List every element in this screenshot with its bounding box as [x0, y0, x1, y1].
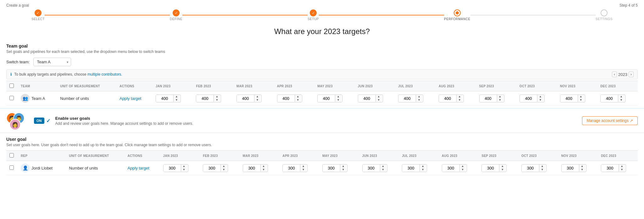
- team-nov-down[interactable]: ▼: [578, 98, 584, 102]
- user-oct-input[interactable]: [522, 164, 539, 172]
- team-unit: Number of units: [57, 91, 116, 106]
- user-dec-down[interactable]: ▼: [619, 168, 625, 171]
- manage-account-settings-button[interactable]: Manage account settings ↗: [582, 116, 638, 125]
- team-feb-down[interactable]: ▼: [214, 98, 220, 102]
- team-dec-input[interactable]: [601, 95, 618, 102]
- team-apr-up[interactable]: ▲: [295, 95, 301, 98]
- team-dec-up[interactable]: ▲: [618, 95, 624, 98]
- team-select[interactable]: Team A Team B Team C: [33, 58, 71, 66]
- team-oct-down[interactable]: ▼: [537, 98, 543, 102]
- user-apr-input[interactable]: [283, 164, 300, 172]
- team-nov-input[interactable]: [560, 95, 578, 102]
- step-performance: PERFORMANCE: [444, 9, 470, 21]
- user-avatar: 👤: [21, 164, 30, 172]
- team-jul-input[interactable]: [398, 95, 416, 102]
- user-nov-down[interactable]: ▼: [579, 168, 585, 171]
- team-dec-down[interactable]: ▼: [618, 98, 624, 102]
- user-jun-down[interactable]: ▼: [380, 168, 386, 171]
- user-dec-up[interactable]: ▲: [619, 164, 625, 168]
- user-jan-up[interactable]: ▲: [181, 164, 187, 168]
- user-jul-up[interactable]: ▲: [420, 164, 426, 168]
- team-col-dec: DEC 2023: [597, 81, 638, 91]
- multiple-contributors-link[interactable]: multiple contributors.: [87, 72, 122, 77]
- user-oct-down[interactable]: ▼: [539, 168, 545, 171]
- user-mar-down[interactable]: ▼: [261, 168, 267, 171]
- user-aug-input[interactable]: [442, 164, 459, 172]
- user-mar-up[interactable]: ▲: [261, 164, 267, 168]
- team-apr-down[interactable]: ▼: [295, 98, 301, 102]
- team-may-up[interactable]: ▲: [335, 95, 341, 98]
- team-mar-input[interactable]: [237, 95, 254, 102]
- team-apr-input[interactable]: [277, 95, 295, 102]
- team-apply-target-button[interactable]: Apply target: [119, 96, 141, 101]
- user-col-jul: JUL 2023: [399, 151, 439, 161]
- team-aug-up[interactable]: ▲: [457, 95, 463, 98]
- user-apr-up[interactable]: ▲: [300, 164, 306, 168]
- team-sep-up[interactable]: ▲: [497, 95, 503, 98]
- user-feb-down[interactable]: ▼: [221, 168, 227, 171]
- team-jun-up[interactable]: ▲: [376, 95, 382, 98]
- user-apr-down[interactable]: ▼: [300, 168, 306, 171]
- user-jun-input[interactable]: [363, 164, 380, 172]
- user-feb-up[interactable]: ▲: [221, 164, 227, 168]
- team-oct-input[interactable]: [520, 95, 537, 102]
- team-jun-down[interactable]: ▼: [376, 98, 382, 102]
- user-may-down[interactable]: ▼: [340, 168, 346, 171]
- user-dec-input[interactable]: [601, 164, 619, 172]
- team-jan-up[interactable]: ▲: [174, 95, 180, 98]
- user-aug-down[interactable]: ▼: [460, 168, 466, 171]
- user-jul-down[interactable]: ▼: [420, 168, 426, 171]
- team-aug-down[interactable]: ▼: [457, 98, 463, 102]
- user-may-up[interactable]: ▲: [340, 164, 346, 168]
- user-apply-target-button[interactable]: Apply target: [127, 166, 149, 170]
- user-nov-up[interactable]: ▲: [579, 164, 585, 168]
- team-jun-input[interactable]: [358, 95, 375, 102]
- team-feb-up[interactable]: ▲: [214, 95, 220, 98]
- team-mar-down[interactable]: ▼: [254, 98, 260, 102]
- user-nov-input[interactable]: [562, 164, 579, 172]
- team-sep-input[interactable]: [480, 95, 497, 102]
- enable-goals-toggle[interactable]: ON: [34, 118, 44, 124]
- user-feb-input[interactable]: [203, 164, 220, 172]
- team-jul-up[interactable]: ▲: [416, 95, 422, 98]
- team-goal-title: Team goal: [6, 43, 638, 49]
- step-define: ✓ DEFINE: [170, 9, 182, 21]
- team-mar-up[interactable]: ▲: [254, 95, 260, 98]
- step-define-label: DEFINE: [170, 17, 182, 21]
- team-may-input[interactable]: [318, 95, 335, 102]
- user-oct-up[interactable]: ▲: [539, 164, 545, 168]
- team-avatar: 👥: [21, 94, 30, 103]
- user-row-checkbox[interactable]: [9, 165, 14, 170]
- team-row-checkbox[interactable]: [9, 96, 14, 100]
- team-select-all-checkbox[interactable]: [9, 84, 14, 88]
- team-nov-up[interactable]: ▲: [578, 95, 584, 98]
- team-aug-input[interactable]: [439, 95, 456, 102]
- step-indicator: Step 4 of 5: [619, 3, 638, 8]
- team-feb-input[interactable]: [196, 95, 214, 102]
- user-sep-input[interactable]: [482, 164, 499, 172]
- user-sep-up[interactable]: ▲: [499, 164, 505, 168]
- user-may-input[interactable]: [323, 164, 340, 172]
- team-oct-up[interactable]: ▲: [537, 95, 543, 98]
- team-jan-down[interactable]: ▼: [174, 98, 180, 102]
- user-goal-title: User goal: [6, 137, 638, 142]
- user-col-oct: OCT 2023: [518, 151, 558, 161]
- user-jan-down[interactable]: ▼: [181, 168, 187, 171]
- toggle-check-icon: ✓: [46, 118, 50, 124]
- user-select-all-checkbox[interactable]: [9, 153, 14, 158]
- team-col-may: MAY 2023: [314, 81, 355, 91]
- user-jun-up[interactable]: ▲: [380, 164, 386, 168]
- user-sep-down[interactable]: ▼: [499, 168, 505, 171]
- user-mar-input[interactable]: [243, 164, 260, 172]
- user-jul-input[interactable]: [402, 164, 419, 172]
- team-may-down[interactable]: ▼: [335, 98, 341, 102]
- team-sep-down[interactable]: ▼: [497, 98, 503, 102]
- user-aug-up[interactable]: ▲: [460, 164, 466, 168]
- year-next-button[interactable]: ›: [629, 72, 634, 77]
- year-prev-button[interactable]: ‹: [612, 72, 617, 77]
- year-display: 2023: [618, 72, 627, 77]
- team-col-sep: SEP 2023: [476, 81, 517, 91]
- team-jan-input[interactable]: [156, 95, 173, 102]
- user-jan-input[interactable]: [164, 164, 181, 172]
- team-jul-down[interactable]: ▼: [416, 98, 422, 102]
